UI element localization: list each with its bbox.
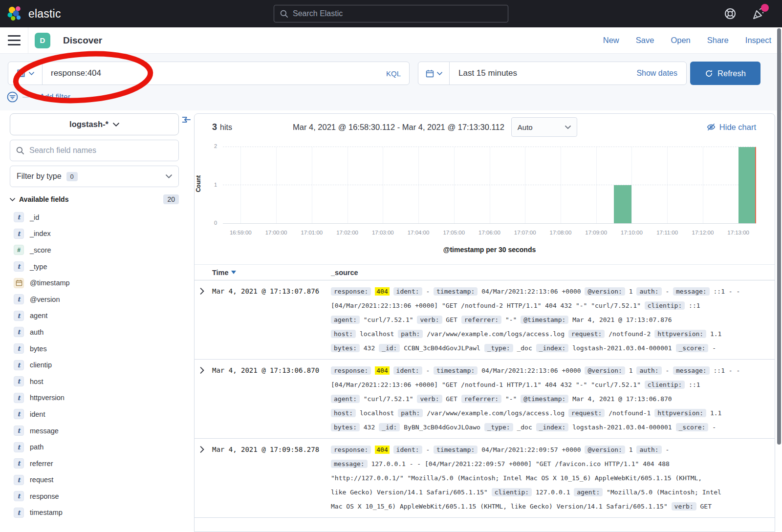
- source-value: GET: [446, 395, 457, 403]
- source-field-badge: request:: [568, 409, 605, 417]
- source-value: 1: [629, 288, 633, 295]
- saved-query-menu-button[interactable]: [8, 62, 43, 85]
- y-tick-label: 0: [207, 220, 217, 226]
- field-item-clientip[interactable]: tclientip: [10, 357, 184, 373]
- expand-row-button[interactable]: [199, 288, 212, 295]
- field-item-timestamp[interactable]: ttimestamp: [10, 505, 184, 521]
- field-item-message[interactable]: tmessage: [10, 423, 184, 439]
- expand-row-button[interactable]: [199, 367, 212, 374]
- new-button[interactable]: New: [603, 36, 619, 45]
- query-input[interactable]: response:404 KQL: [8, 62, 410, 85]
- field-item-@timestamp[interactable]: @timestamp: [10, 275, 184, 291]
- source-value: Mar 4, 2021 @ 17:13:06.870: [572, 395, 672, 403]
- collapse-sidebar-icon[interactable]: [181, 115, 191, 125]
- sort-descending-icon: [231, 271, 236, 274]
- source-value: "curl/7.52.1": [364, 316, 413, 323]
- field-item-httpversion[interactable]: thttpversion: [10, 390, 184, 406]
- number-field-icon: #: [14, 245, 24, 255]
- source-value: 127.0.0.1 - - [04/Mar/2021:22:09:57 +000…: [371, 460, 669, 468]
- source-field-badge: response:: [331, 287, 371, 296]
- field-item-bytes[interactable]: tbytes: [10, 340, 184, 357]
- doc-table-body: Mar 4, 2021 @ 17:13:07.876response: 404 …: [195, 280, 775, 518]
- field-item-request[interactable]: trequest: [10, 472, 184, 489]
- time-column-header[interactable]: Time: [212, 269, 331, 277]
- source-field-badge: @version:: [585, 446, 625, 454]
- table-row: Mar 4, 2021 @ 17:13:06.870response: 404 …: [195, 360, 775, 439]
- field-name: response: [30, 492, 59, 500]
- x-tick-label: 17:05:00: [443, 230, 465, 235]
- x-tick-label: 17:02:00: [336, 230, 358, 235]
- expand-row-button[interactable]: [199, 446, 212, 453]
- source-field-badge: _id:: [379, 344, 400, 352]
- field-name: _id: [30, 213, 39, 221]
- source-line: agent: "curl/7.52.1" verb: GET referrer:…: [331, 392, 760, 406]
- global-search-input[interactable]: Search Elastic: [274, 5, 508, 22]
- field-item-_index[interactable]: t_index: [10, 226, 184, 242]
- text-field-icon: t: [14, 475, 24, 485]
- field-item-_id[interactable]: t_id: [10, 209, 184, 226]
- source-field-badge: clientip:: [492, 488, 532, 496]
- field-search-input[interactable]: Search field names: [10, 140, 179, 161]
- discover-app-badge[interactable]: D: [35, 33, 50, 48]
- field-name: _index: [30, 230, 51, 237]
- x-tick-label: 17:09:00: [585, 230, 607, 235]
- source-value: Mar 4, 2021 @ 17:13:07.876: [572, 316, 672, 323]
- x-tick-label: 17:11:00: [656, 230, 678, 235]
- field-item-host[interactable]: thost: [10, 373, 184, 390]
- index-pattern-selector[interactable]: logstash-*: [10, 113, 179, 135]
- source-value: /notfound-2: [608, 330, 651, 338]
- field-item-referrer[interactable]: treferrer: [10, 455, 184, 472]
- filter-icon[interactable]: [7, 91, 18, 103]
- x-tick-label: 16:59:00: [230, 230, 252, 235]
- x-tick-label: 17:07:00: [514, 230, 536, 235]
- query-language-button[interactable]: KQL: [386, 69, 409, 78]
- share-button[interactable]: Share: [707, 36, 729, 45]
- y-tick-label: 1: [207, 182, 217, 188]
- source-value: "http://127.0.0.1/" "Mozilla/5.0 (Macint…: [331, 474, 702, 482]
- field-item-response[interactable]: tresponse: [10, 488, 184, 505]
- save-button[interactable]: Save: [636, 36, 654, 45]
- field-item-ident[interactable]: tident: [10, 406, 184, 423]
- histogram-bar[interactable]: [614, 185, 631, 223]
- menu-hamburger-icon[interactable]: [8, 35, 21, 45]
- help-icon[interactable]: [723, 7, 737, 21]
- field-item-agent[interactable]: tagent: [10, 308, 184, 324]
- source-field-badge: host:: [331, 330, 356, 338]
- source-line: [04/Mar/2021:22:13:06 +0000] "GET /notfo…: [331, 378, 760, 392]
- text-field-icon: t: [14, 409, 24, 419]
- open-button[interactable]: Open: [671, 36, 690, 45]
- field-item-auth[interactable]: tauth: [10, 324, 184, 340]
- discover-results-panel: 3 hits Mar 4, 2021 @ 16:58:30.112 - Mar …: [194, 113, 775, 532]
- source-value: GET: [700, 503, 712, 510]
- x-gridline: [418, 147, 419, 223]
- field-item-@version[interactable]: t@version: [10, 291, 184, 308]
- query-text[interactable]: response:404: [43, 68, 386, 78]
- vertical-scrollbar[interactable]: [777, 28, 781, 445]
- histogram-bar[interactable]: [739, 147, 756, 223]
- hide-chart-button[interactable]: Hide chart: [707, 123, 756, 132]
- field-name: host: [30, 378, 43, 385]
- add-filter-button[interactable]: + Add filter: [33, 93, 70, 102]
- interval-select[interactable]: Auto: [511, 117, 577, 137]
- histogram-plot: [223, 147, 756, 224]
- filter-by-type-dropdown[interactable]: Filter by type 0: [10, 166, 179, 187]
- field-item-_score[interactable]: #_score: [10, 242, 184, 258]
- available-fields-header[interactable]: Available fields 20: [10, 194, 179, 204]
- refresh-button[interactable]: Refresh: [690, 62, 760, 85]
- inspect-button[interactable]: Inspect: [745, 36, 771, 45]
- source-line: [04/Mar/2021:22:13:06 +0000] "GET /notfo…: [331, 298, 760, 313]
- field-item-_type[interactable]: t_type: [10, 258, 184, 275]
- x-gridline: [454, 147, 455, 223]
- date-picker[interactable]: Last 15 minutes Show dates: [418, 62, 687, 85]
- source-field-badge: host:: [331, 409, 356, 417]
- date-quick-select-button[interactable]: [418, 62, 450, 85]
- source-value: _doc: [517, 424, 532, 431]
- field-item-path[interactable]: tpath: [10, 439, 184, 455]
- x-gridline: [525, 147, 525, 223]
- elastic-brand: elastic: [0, 5, 61, 22]
- source-value: "-": [505, 316, 517, 323]
- text-field-icon: t: [14, 442, 24, 452]
- show-dates-button[interactable]: Show dates: [636, 69, 686, 78]
- newsfeed-party-popper-icon[interactable]: [752, 7, 765, 21]
- time-range-value[interactable]: Last 15 minutes: [450, 68, 517, 78]
